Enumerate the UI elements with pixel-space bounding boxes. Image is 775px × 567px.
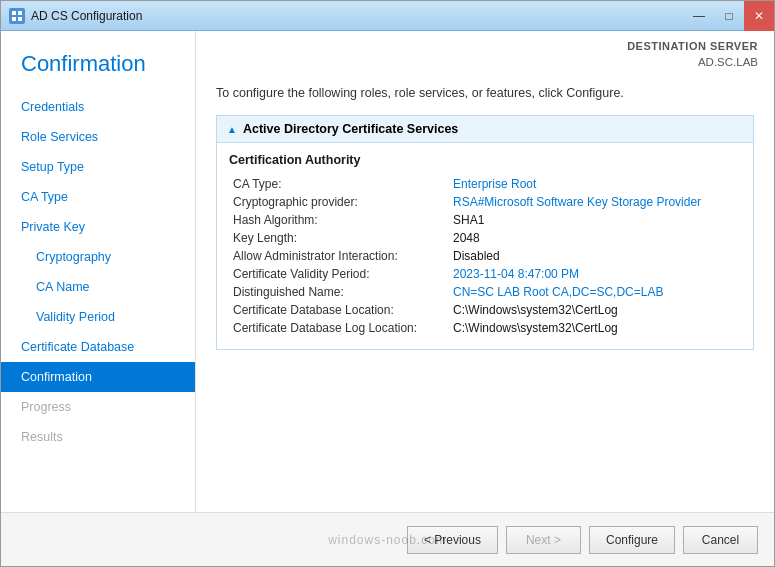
- section-body: Certification Authority CA Type: Enterpr…: [216, 143, 754, 350]
- detail-value: Disabled: [449, 247, 741, 265]
- svg-rect-2: [12, 17, 16, 21]
- sidebar-item-credentials[interactable]: Credentials: [1, 92, 195, 122]
- table-row: Cryptographic provider: RSA#Microsoft So…: [229, 193, 741, 211]
- sub-section-title: Certification Authority: [229, 153, 741, 167]
- detail-label: Allow Administrator Interaction:: [229, 247, 449, 265]
- titlebar-controls: — □ ✕: [684, 1, 774, 31]
- table-row: Allow Administrator Interaction: Disable…: [229, 247, 741, 265]
- footer: windows-noob.com < Previous Next > Confi…: [1, 512, 774, 566]
- detail-value: 2023-11-04 8:47:00 PM: [449, 265, 741, 283]
- svg-rect-1: [18, 11, 22, 15]
- detail-value: 2048: [449, 229, 741, 247]
- minimize-button[interactable]: —: [684, 1, 714, 31]
- sidebar-item-cryptography[interactable]: Cryptography: [1, 242, 195, 272]
- close-button[interactable]: ✕: [744, 1, 774, 31]
- window-title: AD CS Configuration: [31, 9, 142, 23]
- detail-value: CN=SC LAB Root CA,DC=SC,DC=LAB: [449, 283, 741, 301]
- detail-value: Enterprise Root: [449, 175, 741, 193]
- destination-server-label: DESTINATION SERVER: [212, 39, 758, 54]
- detail-label: CA Type:: [229, 175, 449, 193]
- detail-label: Cryptographic provider:: [229, 193, 449, 211]
- detail-label: Certificate Database Log Location:: [229, 319, 449, 337]
- sidebar: Confirmation Credentials Role Services S…: [1, 31, 196, 512]
- detail-table: CA Type: Enterprise Root Cryptographic p…: [229, 175, 741, 337]
- main-body: To configure the following roles, role s…: [196, 74, 774, 512]
- sidebar-item-validity-period[interactable]: Validity Period: [1, 302, 195, 332]
- sidebar-item-role-services[interactable]: Role Services: [1, 122, 195, 152]
- sidebar-item-setup-type[interactable]: Setup Type: [1, 152, 195, 182]
- detail-value: RSA#Microsoft Software Key Storage Provi…: [449, 193, 741, 211]
- svg-rect-3: [18, 17, 22, 21]
- table-row: Certificate Database Location: C:\Window…: [229, 301, 741, 319]
- detail-label: Key Length:: [229, 229, 449, 247]
- sidebar-item-results: Results: [1, 422, 195, 452]
- intro-text: To configure the following roles, role s…: [216, 84, 754, 103]
- sidebar-item-confirmation[interactable]: Confirmation: [1, 362, 195, 392]
- sidebar-item-ca-type[interactable]: CA Type: [1, 182, 195, 212]
- section-header: ▲ Active Directory Certificate Services: [216, 115, 754, 143]
- watermark: windows-noob.com: [328, 533, 447, 547]
- table-row: Certificate Validity Period: 2023-11-04 …: [229, 265, 741, 283]
- sidebar-item-private-key[interactable]: Private Key: [1, 212, 195, 242]
- table-row: Hash Algorithm: SHA1: [229, 211, 741, 229]
- destination-server-info: DESTINATION SERVER AD.SC.LAB: [196, 31, 774, 74]
- detail-value: SHA1: [449, 211, 741, 229]
- main-window: AD CS Configuration — □ ✕ Confirmation C…: [0, 0, 775, 567]
- sidebar-title: Confirmation: [1, 31, 195, 92]
- table-row: Certificate Database Log Location: C:\Wi…: [229, 319, 741, 337]
- sidebar-item-certificate-database[interactable]: Certificate Database: [1, 332, 195, 362]
- titlebar-left: AD CS Configuration: [9, 8, 142, 24]
- table-row: Distinguished Name: CN=SC LAB Root CA,DC…: [229, 283, 741, 301]
- table-row: Key Length: 2048: [229, 229, 741, 247]
- detail-label: Hash Algorithm:: [229, 211, 449, 229]
- detail-label: Certificate Database Location:: [229, 301, 449, 319]
- detail-label: Distinguished Name:: [229, 283, 449, 301]
- detail-value: C:\Windows\system32\CertLog: [449, 301, 741, 319]
- detail-value: C:\Windows\system32\CertLog: [449, 319, 741, 337]
- content-area: Confirmation Credentials Role Services S…: [1, 31, 774, 512]
- section-title: Active Directory Certificate Services: [243, 122, 458, 136]
- sidebar-item-progress: Progress: [1, 392, 195, 422]
- sidebar-nav: Credentials Role Services Setup Type CA …: [1, 92, 195, 512]
- table-row: CA Type: Enterprise Root: [229, 175, 741, 193]
- app-icon: [9, 8, 25, 24]
- titlebar: AD CS Configuration — □ ✕: [1, 1, 774, 31]
- detail-label: Certificate Validity Period:: [229, 265, 449, 283]
- main-content: DESTINATION SERVER AD.SC.LAB To configur…: [196, 31, 774, 512]
- svg-rect-0: [12, 11, 16, 15]
- destination-server-value: AD.SC.LAB: [212, 54, 758, 70]
- sidebar-item-ca-name[interactable]: CA Name: [1, 272, 195, 302]
- cancel-button[interactable]: Cancel: [683, 526, 758, 554]
- configure-button[interactable]: Configure: [589, 526, 675, 554]
- maximize-button[interactable]: □: [714, 1, 744, 31]
- chevron-up-icon: ▲: [227, 124, 237, 135]
- next-button[interactable]: Next >: [506, 526, 581, 554]
